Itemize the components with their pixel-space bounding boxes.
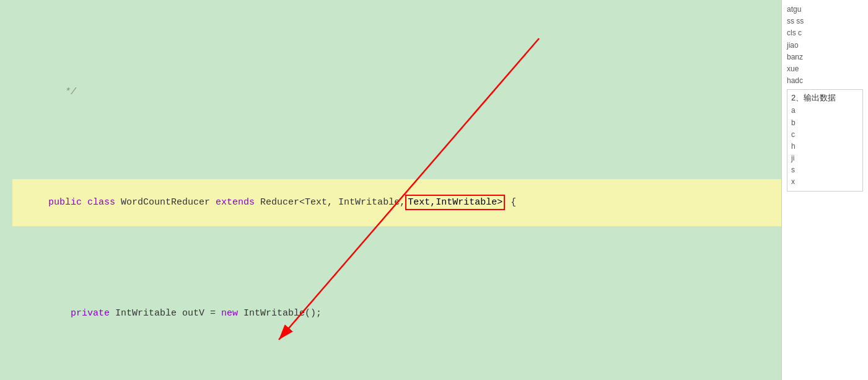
section1: atgu ss ss cls c jiao banz xue hadc xyxy=(787,4,863,87)
code-line-3: private IntWritable outV = new IntWritab… xyxy=(12,289,781,337)
code-line-2: public class WordCountReducer extends Re… xyxy=(12,179,781,227)
output-a: a xyxy=(791,105,859,117)
item-ss: ss ss xyxy=(787,15,863,27)
output-b: b xyxy=(791,117,859,129)
code-line-1: */ xyxy=(12,68,781,116)
item-banz: banz xyxy=(787,51,863,63)
item-jiao: jiao xyxy=(787,40,863,51)
output-h: h xyxy=(791,141,859,152)
output-s: s xyxy=(791,164,859,176)
right-panel: atgu ss ss cls c jiao banz xue hadc 2、输出… xyxy=(781,0,868,380)
code-content: */ public class WordCountReducer extends… xyxy=(0,0,781,380)
item-atgu: atgu xyxy=(787,4,863,15)
item-cls: cls c xyxy=(787,27,863,39)
output-x: x xyxy=(791,176,859,188)
section2-title: 2、输出数据 xyxy=(791,92,859,104)
section2-box: 2、输出数据 a b c h ji s x xyxy=(787,89,863,191)
box1-highlight: Text,IntWritable> xyxy=(405,195,505,210)
output-ji: ji xyxy=(791,152,859,164)
item-xue: xue xyxy=(787,63,863,75)
item-hadc: hadc xyxy=(787,75,863,87)
code-editor: */ public class WordCountReducer extends… xyxy=(0,0,781,380)
output-c: c xyxy=(791,129,859,141)
